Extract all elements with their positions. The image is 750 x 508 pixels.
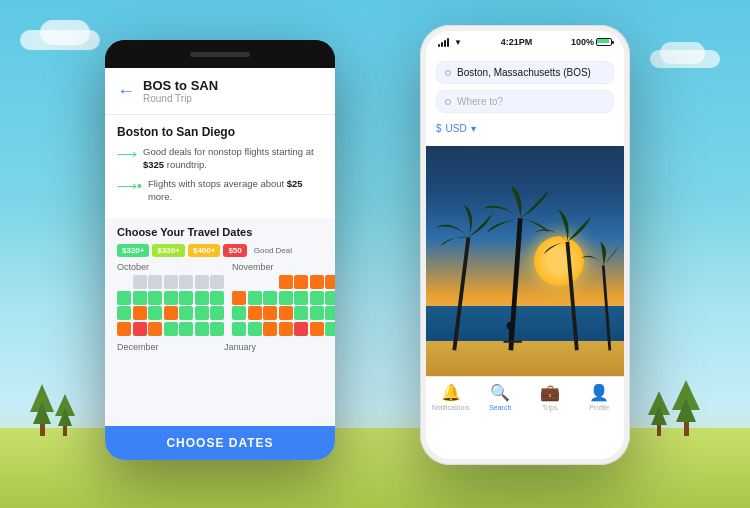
- cal-day[interactable]: [310, 306, 324, 320]
- signal-area: ▼: [438, 38, 462, 47]
- cal-day[interactable]: [164, 275, 178, 289]
- cal-day[interactable]: [195, 291, 209, 305]
- cal-day[interactable]: [179, 291, 193, 305]
- price-tag-3[interactable]: $400+: [188, 244, 220, 257]
- cal-day[interactable]: [325, 322, 335, 336]
- cal-day[interactable]: [148, 306, 162, 320]
- cal-day[interactable]: [325, 306, 335, 320]
- cal-day[interactable]: [248, 322, 262, 336]
- cal-day[interactable]: [279, 322, 293, 336]
- beach-illustration: [426, 146, 624, 376]
- cal-day[interactable]: [263, 291, 277, 305]
- cal-day[interactable]: [310, 275, 324, 289]
- cal-day[interactable]: [164, 322, 178, 336]
- currency-selector[interactable]: $ USD ▾: [436, 119, 614, 138]
- cal-day[interactable]: [195, 306, 209, 320]
- cal-day[interactable]: [310, 291, 324, 305]
- palm-trees-svg: [426, 156, 624, 356]
- destination-dot-icon: [445, 99, 451, 105]
- bg-tree-1: [30, 384, 54, 436]
- signal-bar-4: [447, 38, 449, 47]
- cal-day[interactable]: [179, 306, 193, 320]
- cal-day[interactable]: [179, 275, 193, 289]
- cal-day[interactable]: [117, 322, 131, 336]
- legend-label: Good Deal: [254, 246, 292, 255]
- choose-dates-button[interactable]: CHOOSE DATES: [105, 426, 335, 460]
- cal-day[interactable]: [133, 322, 147, 336]
- cal-day[interactable]: [263, 306, 277, 320]
- january-label: January: [224, 342, 323, 352]
- price-tag-4[interactable]: $50: [223, 244, 246, 257]
- cal-day[interactable]: [232, 322, 246, 336]
- svg-rect-4: [509, 330, 512, 347]
- cal-day[interactable]: [263, 322, 277, 336]
- calendar-months-row1: October: [117, 262, 323, 336]
- cal-day[interactable]: [195, 322, 209, 336]
- cal-day: [232, 275, 246, 289]
- cal-day[interactable]: [148, 275, 162, 289]
- svg-rect-6: [503, 341, 522, 343]
- nav-trips[interactable]: 💼 Trips: [525, 383, 575, 411]
- cal-day[interactable]: [133, 291, 147, 305]
- october-label: October: [117, 262, 224, 272]
- cal-day[interactable]: [294, 275, 308, 289]
- android-app-header: ← BOS to SAN Round Trip: [105, 68, 335, 115]
- cal-day[interactable]: [117, 291, 131, 305]
- october-calendar: October: [117, 262, 224, 336]
- destination-input-row[interactable]: Where to?: [436, 90, 614, 113]
- header-text: BOS to SAN Round Trip: [143, 78, 218, 104]
- svg-line-3: [603, 265, 610, 350]
- notifications-label: Notifications: [432, 404, 470, 411]
- route-title: BOS to SAN: [143, 78, 218, 93]
- trip-type: Round Trip: [143, 93, 218, 104]
- cal-day[interactable]: [148, 322, 162, 336]
- cal-day[interactable]: [325, 275, 335, 289]
- cal-day[interactable]: [210, 322, 224, 336]
- price-tag-1[interactable]: $320+: [117, 244, 149, 257]
- price-tag-2[interactable]: $330+: [152, 244, 184, 257]
- profile-label: Profile: [589, 404, 609, 411]
- cal-day[interactable]: [232, 291, 246, 305]
- android-phone: ← BOS to SAN Round Trip Boston to San Di…: [105, 40, 335, 460]
- cal-day[interactable]: [164, 291, 178, 305]
- svg-line-0: [454, 237, 468, 350]
- flight-section-title: Boston to San Diego: [117, 125, 323, 139]
- nav-notifications[interactable]: 🔔 Notifications: [426, 383, 476, 411]
- cal-day[interactable]: [232, 306, 246, 320]
- nonstop-text: Good deals for nonstop flights starting …: [143, 145, 323, 172]
- calendar-months-row2: December January: [117, 342, 323, 355]
- signal-bar-3: [444, 40, 446, 47]
- back-button[interactable]: ←: [117, 81, 135, 102]
- cal-day[interactable]: [279, 275, 293, 289]
- wifi-icon: ▼: [454, 38, 462, 47]
- cal-day[interactable]: [133, 275, 147, 289]
- cal-day[interactable]: [117, 306, 131, 320]
- cal-day[interactable]: [248, 291, 262, 305]
- battery-fill: [597, 39, 609, 43]
- cal-day[interactable]: [279, 291, 293, 305]
- cal-day[interactable]: [294, 306, 308, 320]
- origin-input-row[interactable]: Boston, Massachusetts (BOS): [436, 61, 614, 84]
- cal-day[interactable]: [294, 291, 308, 305]
- nonstop-icon: ⟶: [117, 146, 137, 162]
- cal-day[interactable]: [195, 275, 209, 289]
- cal-day[interactable]: [164, 306, 178, 320]
- nav-profile[interactable]: 👤 Profile: [575, 383, 625, 411]
- nav-search[interactable]: 🔍 Search: [476, 383, 526, 411]
- signal-bar-1: [438, 44, 440, 47]
- cal-day[interactable]: [248, 306, 262, 320]
- cal-day[interactable]: [279, 306, 293, 320]
- cal-day[interactable]: [294, 322, 308, 336]
- cal-day[interactable]: [179, 322, 193, 336]
- android-notch: [105, 40, 335, 68]
- cal-day[interactable]: [210, 291, 224, 305]
- profile-icon: 👤: [589, 383, 609, 402]
- cal-day[interactable]: [310, 322, 324, 336]
- cal-day[interactable]: [210, 306, 224, 320]
- cal-day[interactable]: [210, 275, 224, 289]
- cal-day[interactable]: [133, 306, 147, 320]
- november-grid: [232, 275, 335, 336]
- cal-day[interactable]: [325, 291, 335, 305]
- iphone: ▼ 4:21PM 100% Boston, Massachusetts (BOS…: [420, 25, 630, 465]
- cal-day[interactable]: [148, 291, 162, 305]
